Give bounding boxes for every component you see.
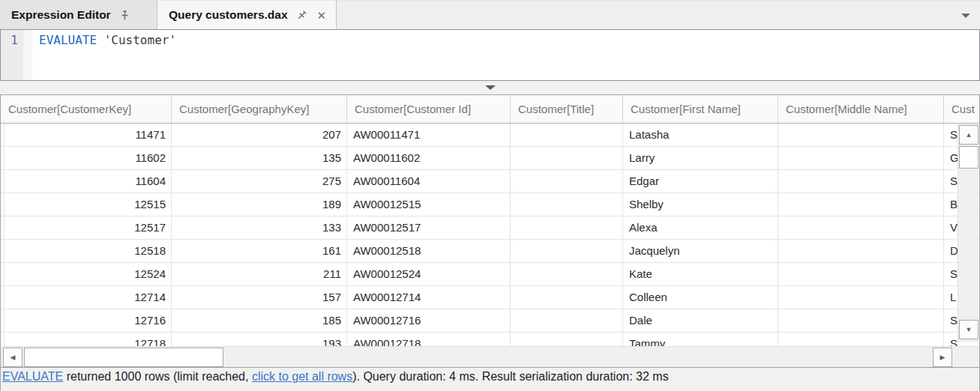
- table-cell: [778, 147, 944, 170]
- table-row[interactable]: 12515189AW00012515ShelbyB: [1, 193, 979, 216]
- vertical-scrollbar-thumb[interactable]: [959, 146, 979, 169]
- table-cell: 157: [172, 286, 347, 309]
- table-row[interactable]: 11602135AW00011602LarryG: [1, 147, 979, 170]
- table-cell: Latasha: [623, 124, 778, 147]
- table-cell: 11604: [4, 170, 172, 193]
- table-cell: [511, 240, 623, 263]
- table-cell: 189: [172, 193, 347, 216]
- table-cell: 133: [172, 216, 347, 240]
- table-cell: [778, 286, 944, 309]
- table-cell: [511, 216, 623, 240]
- line-number: 1: [10, 33, 18, 47]
- table-cell: [511, 333, 623, 346]
- column-header[interactable]: Customer[Title]: [511, 95, 623, 123]
- vertical-scrollbar[interactable]: ▲ ▼: [958, 124, 979, 342]
- expression-editor-pane: 1 EVALUATE 'Customer': [0, 29, 980, 81]
- table-row[interactable]: 12718193AW00012718TammyS: [1, 333, 979, 346]
- table-cell: [511, 309, 623, 333]
- table-cell: [778, 240, 944, 263]
- table-cell: AW00012515: [347, 193, 511, 216]
- table-row[interactable]: 11471207AW00011471LatashaS: [1, 124, 979, 147]
- table-cell: [511, 170, 623, 193]
- status-text: ). Query duration: 4 ms. Result serializ…: [352, 370, 669, 383]
- table-cell: [778, 333, 944, 346]
- table-cell: AW00012716: [347, 309, 511, 333]
- splitter-collapse-icon[interactable]: [485, 85, 496, 90]
- table-row[interactable]: 12716185AW00012716DaleS: [1, 309, 979, 333]
- line-number-gutter: 1: [1, 30, 23, 80]
- gutter-margin: [23, 30, 32, 80]
- table-cell: AW00012518: [347, 240, 511, 263]
- horizontal-scrollbar-thumb[interactable]: [24, 348, 223, 367]
- scroll-right-icon[interactable]: ▶: [933, 348, 952, 367]
- table-cell: [511, 193, 623, 216]
- table-cell: 12714: [4, 286, 172, 309]
- scroll-down-icon[interactable]: ▼: [959, 320, 979, 339]
- table-cell: 12524: [4, 263, 172, 286]
- table-cell: Dale: [623, 309, 778, 333]
- dax-keyword: EVALUATE: [39, 33, 97, 47]
- column-header[interactable]: Customer[Customer Id]: [347, 95, 511, 123]
- column-header[interactable]: Customer[GeographyKey]: [172, 95, 347, 123]
- table-cell: AW00012524: [347, 263, 511, 286]
- table-cell: AW00011604: [347, 170, 511, 193]
- table-cell: 12718: [4, 333, 172, 346]
- tab-bar: Expression Editor Query customers.dax ✕: [0, 0, 980, 29]
- editor-results-splitter[interactable]: [0, 81, 980, 94]
- dax-query-window: Expression Editor Query customers.dax ✕: [0, 0, 980, 391]
- column-header[interactable]: Cust: [944, 95, 979, 123]
- table-cell: [511, 286, 623, 309]
- tab-query-customers-dax[interactable]: Query customers.dax ✕: [157, 1, 337, 29]
- tab-expression-editor[interactable]: Expression Editor: [0, 1, 157, 29]
- table-cell: [778, 193, 944, 216]
- table-cell: 12517: [4, 216, 172, 240]
- table-cell: Alexa: [623, 216, 778, 240]
- table-cell: 12518: [4, 240, 172, 263]
- table-cell: AW00012714: [347, 286, 511, 309]
- table-cell: 135: [172, 147, 347, 170]
- table-cell: 12716: [4, 309, 172, 333]
- pin-icon[interactable]: [296, 10, 307, 21]
- table-cell: [778, 309, 944, 333]
- scroll-up-icon[interactable]: ▲: [959, 125, 979, 145]
- table-cell: [511, 124, 623, 147]
- status-bar: EVALUATE returned 1000 rows (limit reach…: [1, 367, 979, 391]
- tab-label: Expression Editor: [11, 8, 111, 22]
- scroll-left-icon[interactable]: ◀: [3, 348, 22, 367]
- evaluate-link[interactable]: EVALUATE: [2, 370, 63, 383]
- code-editor[interactable]: EVALUATE 'Customer': [32, 30, 979, 80]
- column-header[interactable]: Customer[First Name]: [623, 95, 778, 123]
- tab-list-dropdown-icon[interactable]: [961, 13, 970, 18]
- column-header[interactable]: Customer[Middle Name]: [778, 95, 944, 123]
- close-icon[interactable]: ✕: [317, 10, 327, 21]
- table-row[interactable]: 12518161AW00012518JacquelynD: [1, 240, 979, 263]
- horizontal-scrollbar[interactable]: ◀ ▶: [1, 346, 979, 367]
- table-cell: 193: [172, 333, 347, 346]
- table-cell: 211: [172, 263, 347, 286]
- grid-body: 11471207AW00011471LatashaS11602135AW0001…: [1, 124, 979, 346]
- grid-header-row: Customer[CustomerKey]Customer[GeographyK…: [1, 95, 979, 124]
- get-all-rows-link[interactable]: click to get all rows: [252, 370, 352, 383]
- table-cell: [511, 263, 623, 286]
- table-cell: Colleen: [623, 286, 778, 309]
- table-cell: 185: [172, 309, 347, 333]
- column-header[interactable]: Customer[CustomerKey]: [1, 95, 172, 123]
- table-cell: AW00012718: [347, 333, 511, 346]
- table-cell: Larry: [623, 147, 778, 170]
- table-cell: Shelby: [623, 193, 778, 216]
- table-cell: AW00011471: [347, 124, 511, 147]
- query-results-panel: Customer[CustomerKey]Customer[GeographyK…: [0, 94, 980, 391]
- table-row[interactable]: 12524211AW00012524KateS: [1, 263, 979, 286]
- table-cell: [778, 216, 944, 240]
- table-row[interactable]: 12517133AW00012517AlexaV: [1, 216, 979, 240]
- table-cell: 275: [172, 170, 347, 193]
- table-cell: [778, 263, 944, 286]
- table-row[interactable]: 11604275AW00011604EdgarS: [1, 170, 979, 193]
- table-cell: Edgar: [623, 170, 778, 193]
- pin-icon[interactable]: [119, 10, 130, 21]
- table-cell: [778, 124, 944, 147]
- table-cell: [511, 147, 623, 170]
- status-text: returned 1000 rows (limit reached,: [63, 370, 252, 383]
- table-cell: Tammy: [623, 333, 778, 346]
- table-row[interactable]: 12714157AW00012714ColleenL: [1, 286, 979, 309]
